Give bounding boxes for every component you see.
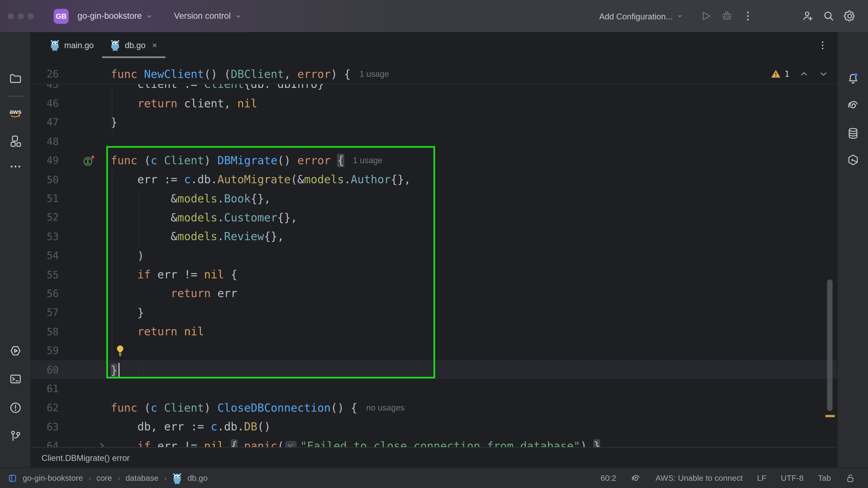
- code-line-62[interactable]: 62func (c Client) CloseDBConnection() {n…: [31, 398, 837, 417]
- run-configuration-selector[interactable]: Add Configuration...: [599, 11, 683, 21]
- code-line-60[interactable]: 60}: [31, 360, 837, 379]
- editor-tab-bar: main.go db.go ×: [31, 32, 837, 58]
- ai-assistant-button[interactable]: [843, 95, 863, 115]
- line-separator-widget[interactable]: LF: [757, 474, 766, 482]
- line-number[interactable]: 57: [31, 307, 59, 318]
- dependencies-tool-button[interactable]: [843, 150, 863, 170]
- line-number[interactable]: 55: [31, 269, 59, 280]
- line-number[interactable]: 62: [31, 402, 59, 414]
- unlocked-icon: [845, 473, 856, 484]
- code-with-me-button[interactable]: [797, 7, 818, 25]
- tab-main-go[interactable]: main.go: [41, 32, 102, 58]
- indent-widget[interactable]: Tab: [818, 474, 831, 482]
- encoding-widget[interactable]: UTF-8: [781, 474, 804, 482]
- code-line-58[interactable]: 58 return nil: [31, 322, 837, 341]
- project-tool-button[interactable]: [5, 69, 25, 89]
- ai-status-widget[interactable]: [631, 473, 641, 484]
- debug-button[interactable]: [716, 7, 737, 25]
- prev-warning-icon[interactable]: [799, 69, 809, 78]
- line-number[interactable]: 54: [31, 250, 59, 261]
- database-icon: [846, 127, 860, 140]
- sticky-code: func NewClient() (DBClient, error) {: [111, 67, 351, 80]
- line-number[interactable]: 56: [31, 288, 59, 299]
- settings-gear-icon: [844, 10, 856, 22]
- line-number[interactable]: 45: [31, 84, 59, 90]
- line-number[interactable]: 63: [31, 421, 59, 432]
- code-line-46[interactable]: 46 return client, nil: [31, 94, 837, 113]
- line-number[interactable]: 50: [31, 173, 59, 185]
- window-controls[interactable]: [8, 13, 34, 19]
- gutter[interactable]: [59, 441, 111, 447]
- notifications-button[interactable]: [843, 69, 863, 89]
- usage-hint[interactable]: 1 usage: [360, 69, 389, 78]
- code-line-45[interactable]: 45 client := Client{db: dbInfo}: [31, 84, 837, 94]
- line-number[interactable]: 58: [31, 326, 59, 337]
- line-number[interactable]: 46: [31, 97, 59, 109]
- usage-hint[interactable]: 1 usage: [353, 156, 382, 165]
- database-tool-button[interactable]: [843, 123, 863, 143]
- code-line-50[interactable]: 50 err := c.db.AutoMigrate(&models.Autho…: [31, 170, 837, 189]
- line-number[interactable]: 53: [31, 231, 59, 242]
- code-line-56[interactable]: 56 return err: [31, 284, 837, 303]
- line-number[interactable]: 48: [31, 135, 59, 147]
- more-tool-windows-button[interactable]: [5, 157, 25, 176]
- code-line-64[interactable]: 64 if err != nil { panic(v:"Failed to cl…: [31, 436, 837, 447]
- code-line-47[interactable]: 47}: [31, 113, 837, 132]
- project-widget[interactable]: GB go-gin-bookstore: [54, 8, 153, 24]
- lightbulb-icon[interactable]: [114, 344, 126, 358]
- close-tab-icon[interactable]: ×: [152, 40, 157, 50]
- line-number[interactable]: 64: [31, 440, 59, 447]
- warning-stripe-mark[interactable]: [825, 415, 835, 417]
- structure-tool-button[interactable]: [5, 131, 25, 151]
- code-line-61[interactable]: 61: [31, 379, 837, 398]
- gutter[interactable]: [59, 154, 111, 167]
- implements-interface-icon[interactable]: [83, 154, 95, 167]
- line-number[interactable]: 61: [31, 383, 59, 394]
- code-line-54[interactable]: 54 ): [31, 246, 837, 265]
- code-line-52[interactable]: 52 &models.Customer{},: [31, 208, 837, 227]
- line-number[interactable]: 51: [31, 193, 59, 204]
- breadcrumb-item[interactable]: core: [96, 474, 112, 482]
- code-line-55[interactable]: 55 if err != nil {: [31, 265, 837, 284]
- breadcrumb-item[interactable]: db.go: [188, 474, 208, 482]
- vertical-scrollbar-thumb[interactable]: [827, 280, 833, 411]
- search-everywhere-button[interactable]: [818, 7, 839, 25]
- tab-label: main.go: [64, 40, 94, 50]
- sticky-header-line[interactable]: 26 func NewClient() (DBClient, error) { …: [31, 64, 837, 84]
- tab-db-go[interactable]: db.go ×: [102, 32, 165, 58]
- line-number: 26: [31, 68, 59, 79]
- vcs-widget[interactable]: Version control: [174, 11, 242, 21]
- line-number[interactable]: 49: [31, 155, 59, 166]
- settings-button[interactable]: [839, 7, 860, 25]
- git-tool-button[interactable]: [5, 426, 25, 446]
- more-actions-button[interactable]: [737, 7, 758, 25]
- tab-options-button[interactable]: [817, 32, 828, 58]
- code-line-63[interactable]: 63 db, err := c.db.DB(): [31, 417, 837, 436]
- usage-hint[interactable]: no usages: [366, 403, 405, 413]
- left-tool-rail: aws: [0, 32, 31, 467]
- breadcrumb-item[interactable]: database: [125, 474, 158, 482]
- services-tool-button[interactable]: [5, 341, 25, 361]
- code-line-59[interactable]: 59: [31, 341, 837, 360]
- breadcrumb-item[interactable]: go-gin-bookstore: [23, 474, 83, 482]
- code-editor[interactable]: 45 client := Client{db: dbInfo}46 return…: [31, 84, 837, 447]
- caret-position-widget[interactable]: 60:2: [600, 474, 616, 482]
- aws-tool-button[interactable]: aws: [5, 103, 25, 123]
- readonly-toggle[interactable]: [845, 473, 856, 484]
- code-line-48[interactable]: 48: [31, 132, 837, 151]
- inspection-warning-badge[interactable]: 1: [771, 69, 789, 79]
- problems-tool-button[interactable]: [5, 398, 25, 418]
- code-line-51[interactable]: 51 &models.Book{},: [31, 189, 837, 208]
- aws-status-widget[interactable]: AWS: Unable to connect: [655, 474, 743, 482]
- code-line-49[interactable]: 49func (c Client) DBMigrate() error {1 u…: [31, 151, 837, 170]
- line-number[interactable]: 52: [31, 212, 59, 223]
- run-button[interactable]: [695, 7, 716, 25]
- line-number[interactable]: 59: [31, 345, 59, 356]
- code-line-53[interactable]: 53 &models.Review{},: [31, 227, 837, 246]
- line-number[interactable]: 60: [31, 364, 59, 375]
- next-warning-icon[interactable]: [819, 69, 828, 78]
- code-line-57[interactable]: 57 }: [31, 303, 837, 322]
- line-number[interactable]: 47: [31, 116, 59, 128]
- terminal-tool-button[interactable]: [5, 369, 25, 389]
- fold-chevron-icon[interactable]: [97, 441, 106, 447]
